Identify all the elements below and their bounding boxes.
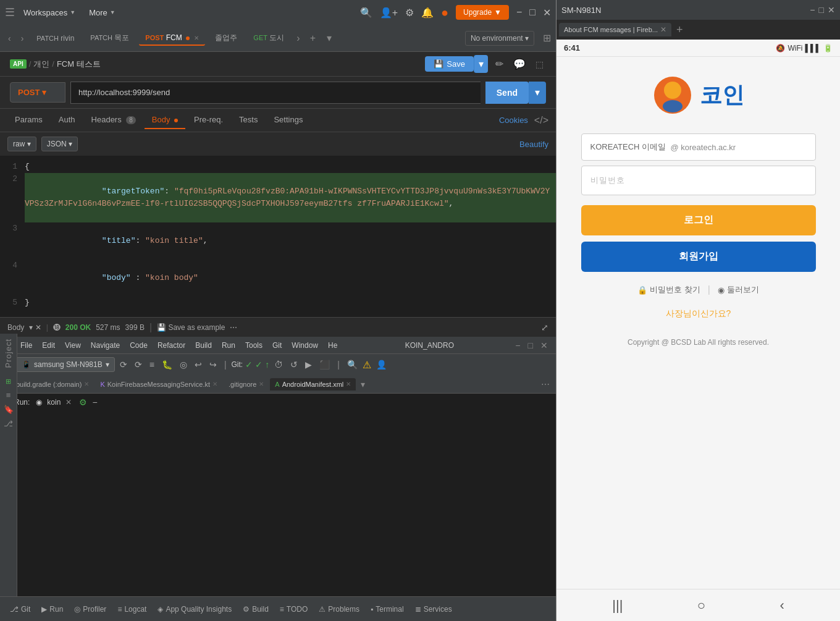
add-person-icon[interactable]: 👤+ bbox=[380, 7, 398, 19]
profiler-status-button[interactable]: ◎ Profiler bbox=[69, 602, 111, 616]
ide-undo-icon[interactable]: ↩ bbox=[192, 358, 204, 371]
postman-tab-graduation[interactable]: 졸업주 bbox=[209, 30, 243, 46]
ide-menu-file[interactable]: File bbox=[16, 339, 36, 352]
minimize-button[interactable]: − bbox=[516, 7, 522, 18]
ide-tab-manifest[interactable]: A AndroidManifest.xml ✕ bbox=[270, 378, 356, 391]
tour-link[interactable]: ◉ 둘러보기 bbox=[718, 284, 759, 295]
tab-tests[interactable]: Tests bbox=[232, 111, 265, 129]
git-status-button[interactable]: ⎇ Git bbox=[5, 602, 35, 616]
more-button[interactable]: More ▼ bbox=[84, 6, 120, 20]
ide-menu-git[interactable]: Git bbox=[268, 339, 286, 352]
gitignore-tab-close[interactable]: ✕ bbox=[259, 381, 264, 387]
cookies-button[interactable]: Cookies bbox=[499, 116, 528, 125]
tab-headers[interactable]: Headers 8 bbox=[84, 111, 143, 129]
beautify-button[interactable]: Beautify bbox=[519, 140, 548, 149]
run-settings-icon[interactable]: ⚙ bbox=[79, 397, 87, 407]
phone-minimize-button[interactable]: − bbox=[810, 5, 815, 15]
ide-tab-fcm-service[interactable]: K KoinFirebaseMessagingService.kt ✕ bbox=[95, 378, 222, 391]
git-check-icon[interactable]: ✓ bbox=[245, 360, 253, 370]
postman-tab-mokpo[interactable]: PATCH 목포 bbox=[84, 30, 135, 46]
share-icon[interactable]: ⬚ bbox=[533, 57, 546, 72]
tab-fcm-close-icon[interactable]: ✕ bbox=[194, 35, 199, 41]
git-history-icon[interactable]: ⏱ bbox=[272, 358, 285, 371]
tab-body[interactable]: Body bbox=[145, 111, 185, 129]
bell-icon[interactable]: 🔔 bbox=[421, 7, 434, 19]
ide-search-icon[interactable]: 🔍 bbox=[345, 358, 360, 371]
gradle-tab-close[interactable]: ✕ bbox=[84, 381, 89, 387]
run-tab-close-icon[interactable]: ✕ bbox=[65, 398, 72, 407]
ide-debug-icon[interactable]: 🐛 bbox=[159, 358, 175, 371]
tab-auth[interactable]: Auth bbox=[51, 111, 83, 129]
run-status-button[interactable]: ▶ Run bbox=[36, 602, 68, 616]
ide-menu-navigate[interactable]: Navigate bbox=[86, 339, 124, 352]
run-collapse-icon[interactable]: − bbox=[92, 397, 97, 407]
ide-menu-refactor[interactable]: Refactor bbox=[153, 339, 190, 352]
ide-minimize-button[interactable]: − bbox=[512, 339, 523, 352]
close-button[interactable]: ✕ bbox=[543, 7, 551, 19]
save-button[interactable]: 💾 Save bbox=[425, 56, 474, 72]
phone-nav-menu-button[interactable]: ||| bbox=[612, 598, 623, 614]
expand-icon[interactable]: ⤢ bbox=[541, 323, 548, 332]
logcat-status-button[interactable]: ≡ Logcat bbox=[112, 602, 151, 616]
upgrade-button[interactable]: Upgrade ▼ bbox=[456, 5, 509, 20]
git-rollback-icon[interactable]: ↺ bbox=[288, 358, 300, 371]
terminal-status-button[interactable]: ▪ Terminal bbox=[366, 602, 409, 616]
postman-tab-fcm[interactable]: POST FCM ✕ bbox=[139, 31, 205, 46]
postman-tab-rivin[interactable]: PATCH rivin bbox=[30, 32, 80, 45]
run-tab-label[interactable]: koin bbox=[47, 398, 61, 407]
ide-menu-build[interactable]: Build bbox=[191, 339, 216, 352]
more-options-icon[interactable]: ⋯ bbox=[230, 323, 237, 332]
ide-menu-tools[interactable]: Tools bbox=[241, 339, 267, 352]
ide-stop-icon[interactable]: ⬛ bbox=[317, 358, 332, 371]
tabs-options-button[interactable]: ⋯ bbox=[537, 378, 553, 391]
register-button[interactable]: 회원가입 bbox=[581, 242, 816, 272]
tabs-back-button[interactable]: ‹ bbox=[5, 32, 14, 45]
structure-icon[interactable]: ≡ bbox=[6, 391, 11, 400]
edit-icon[interactable]: ✏ bbox=[493, 56, 506, 72]
ide-menu-run[interactable]: Run bbox=[217, 339, 240, 352]
ide-menu-help[interactable]: He bbox=[324, 339, 342, 352]
tabs-menu-button[interactable]: ▾ bbox=[323, 31, 335, 45]
postman-tab-city[interactable]: GET 도시 bbox=[247, 30, 290, 46]
menu-hamburger-icon[interactable]: ☰ bbox=[5, 6, 15, 19]
ide-close-button[interactable]: ✕ bbox=[537, 339, 551, 352]
phone-close-button[interactable]: ✕ bbox=[828, 5, 835, 15]
browser-tab-add-button[interactable]: + bbox=[673, 23, 687, 36]
bookmarks-icon[interactable]: 🔖 bbox=[4, 405, 14, 414]
code-view-icon[interactable]: </> bbox=[534, 115, 548, 126]
ide-menu-view[interactable]: View bbox=[61, 339, 85, 352]
comment-icon[interactable]: 💬 bbox=[511, 56, 528, 72]
settings-icon[interactable]: ⚙ bbox=[405, 7, 414, 19]
tab-settings[interactable]: Settings bbox=[266, 111, 310, 129]
ide-menu-code[interactable]: Code bbox=[125, 339, 152, 352]
problems-status-button[interactable]: ⚠ Problems bbox=[314, 602, 364, 616]
more-tabs-button[interactable]: ▾ bbox=[357, 378, 369, 391]
device-select[interactable]: 📱 samsung SM-N981B ▾ bbox=[16, 357, 115, 372]
ide-menu-edit[interactable]: Edit bbox=[38, 339, 59, 352]
code-editor[interactable]: 1 { 2 "targetToken": "fqf0hi5pRLeVqou28f… bbox=[0, 156, 556, 317]
ide-reformat-icon[interactable]: ≡ bbox=[147, 358, 157, 371]
find-password-link[interactable]: 🔒 비밀번호 찾기 bbox=[637, 284, 700, 295]
save-dropdown-button[interactable]: ▾ bbox=[474, 55, 488, 73]
git-check2-icon[interactable]: ✓ bbox=[255, 360, 262, 370]
workspaces-button[interactable]: Workspaces ▼ bbox=[19, 6, 80, 20]
todo-status-button[interactable]: ≡ TODO bbox=[275, 602, 313, 616]
resource-manager-icon[interactable]: ⊞ bbox=[6, 378, 11, 386]
tabs-forward-button[interactable]: › bbox=[18, 32, 27, 45]
phone-maximize-button[interactable]: □ bbox=[819, 5, 824, 15]
search-icon[interactable]: 🔍 bbox=[360, 7, 372, 19]
ide-redo-icon[interactable]: ↪ bbox=[207, 358, 219, 371]
phone-nav-back-button[interactable]: ‹ bbox=[779, 598, 784, 614]
ide-user-icon[interactable]: 👤 bbox=[374, 358, 389, 371]
commit-icon[interactable]: ⎇ bbox=[4, 419, 13, 428]
browser-tab-close-button[interactable]: ✕ bbox=[660, 25, 666, 34]
git-push-icon[interactable]: ↑ bbox=[265, 360, 269, 370]
app-quality-status-button[interactable]: ◈ App Quality Insights bbox=[153, 602, 237, 616]
ide-sync-icon[interactable]: ⟳ bbox=[117, 358, 130, 371]
login-button[interactable]: 로그인 bbox=[581, 205, 816, 235]
manifest-tab-close[interactable]: ✕ bbox=[346, 381, 351, 387]
body-type-select[interactable]: JSON ▾ bbox=[41, 137, 78, 151]
environment-select[interactable]: No environment ▾ bbox=[465, 31, 534, 46]
build-status-button[interactable]: ⚙ Build bbox=[238, 602, 274, 616]
url-input[interactable] bbox=[70, 82, 481, 104]
